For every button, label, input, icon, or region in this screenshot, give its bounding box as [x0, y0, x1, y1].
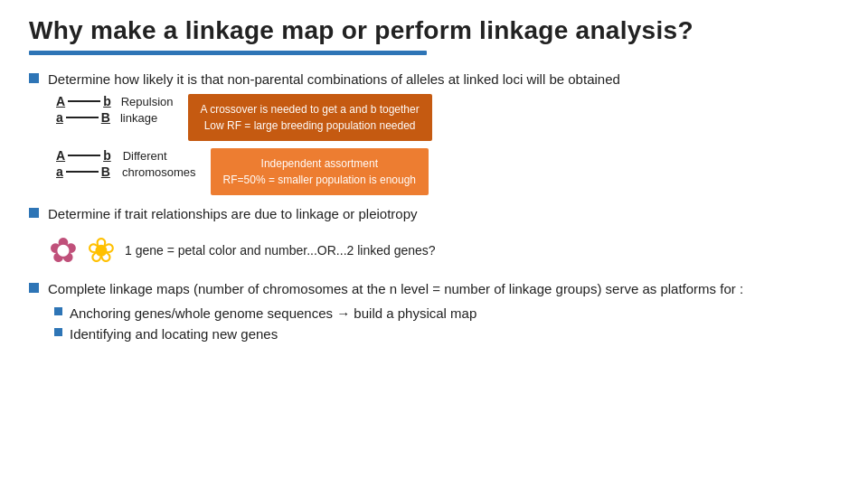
sub-bullet1-text: Anchoring genes/whole genome sequences →…	[70, 304, 476, 323]
bullet2-text: Determine if trait relationships are due…	[48, 204, 418, 223]
sub-bullet2-row: Identifying and locating new genes	[54, 324, 839, 343]
bullet1-text: Determine how likely it is that non-pare…	[48, 70, 620, 89]
linked-a-lower: a	[56, 110, 63, 125]
sub-bullet1-icon	[54, 307, 62, 315]
blue-bar	[29, 51, 427, 55]
flower-area: ✿ ❀ 1 gene = petal color and number...OR…	[49, 230, 839, 270]
linked-b-upper: B	[101, 110, 110, 125]
linked-b-lower: b	[103, 94, 111, 108]
linkage-label: linkage	[120, 111, 157, 125]
chrom-line1	[68, 100, 100, 102]
orange-box-2: Independent assortment RF=50% = smaller …	[211, 148, 429, 195]
bullet1-section: Determine how likely it is that non-pare…	[29, 70, 839, 195]
sub-bullet1-row: Anchoring genes/whole genome sequences →…	[54, 304, 839, 323]
sep-b-lower: b	[103, 148, 111, 163]
sub-bullet2-text: Identifying and locating new genes	[70, 324, 278, 343]
bullet3-row: Complete linkage maps (number of chromos…	[29, 279, 839, 298]
sub-bullet2-icon	[54, 328, 62, 336]
bullet3-text: Complete linkage maps (number of chromos…	[48, 279, 743, 298]
orange-box-1: A crossover is needed to get a and b tog…	[188, 94, 432, 141]
chrom-line2	[66, 117, 99, 118]
repulsion-block: A b Repulsion a B linkage	[56, 94, 174, 125]
sep-a-upper: A	[56, 148, 65, 163]
slide: Why make a linkage map or perform linkag…	[0, 0, 868, 488]
bullet3-section: Complete linkage maps (number of chromos…	[29, 279, 839, 343]
diff-chrom-label: Different	[123, 149, 167, 163]
repulsion-label: Repulsion	[121, 95, 174, 108]
sep-row1: A b Different	[56, 148, 196, 163]
sep-line1	[68, 155, 100, 156]
sep-row2: a B chromosomes	[56, 164, 196, 179]
chromosomes-label: chromosomes	[122, 165, 196, 179]
yellow-flower-icon: ❀	[87, 230, 116, 270]
bullet3-icon	[29, 283, 39, 293]
sep-b-upper: B	[101, 164, 110, 179]
gene-equation-text: 1 gene = petal color and number...OR...2…	[125, 243, 436, 258]
bullet2-row: Determine if trait relationships are due…	[29, 204, 839, 223]
bullet2-icon	[29, 208, 39, 218]
linked-chrom-row1: A b Repulsion	[56, 94, 174, 108]
pink-flower-icon: ✿	[49, 230, 78, 270]
linked-chrom-row2: a B linkage	[56, 110, 174, 125]
bullet1-row: Determine how likely it is that non-pare…	[29, 70, 839, 89]
page-title: Why make a linkage map or perform linkag…	[29, 16, 839, 45]
bullet2-section: Determine if trait relationships are due…	[29, 204, 839, 270]
bullet1-icon	[29, 73, 39, 83]
diff-chrom-block: A b Different a B chromosomes	[56, 148, 196, 179]
sep-a-lower: a	[56, 164, 63, 179]
linked-a-upper: A	[56, 94, 65, 108]
diff-chrom-area: A b Different a B chromosomes Independen…	[56, 148, 839, 195]
sep-line2	[66, 171, 99, 173]
